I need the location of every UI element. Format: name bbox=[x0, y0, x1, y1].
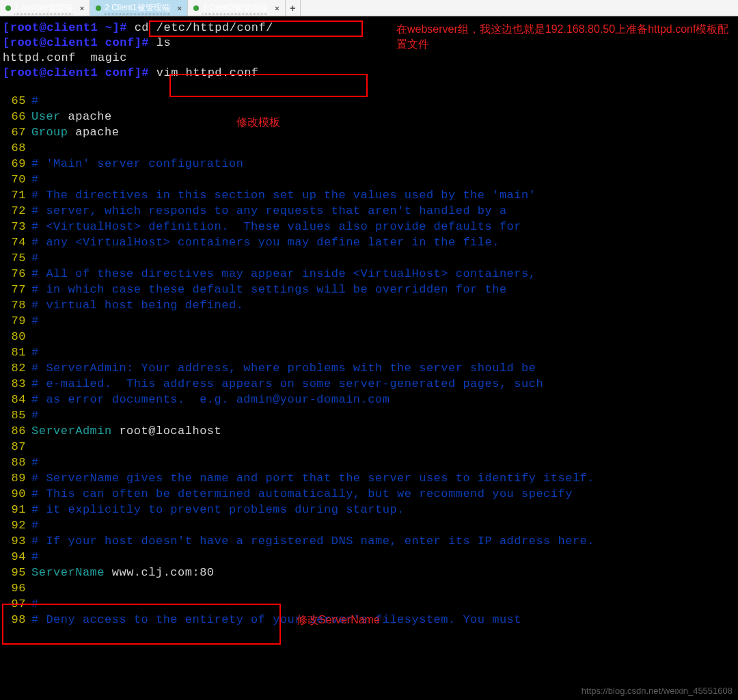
close-icon[interactable]: × bbox=[178, 4, 182, 12]
line-number: 87 bbox=[3, 439, 26, 455]
line-content: # in which case these default settings w… bbox=[31, 282, 507, 297]
editor-line: 86ServerAdmin root@localhost bbox=[3, 423, 735, 439]
line-content: # bbox=[31, 455, 39, 470]
line-number: 94 bbox=[3, 549, 26, 565]
line-number: 65 bbox=[3, 93, 26, 109]
terminal[interactable]: [root@client1 ~]# cd /etc/httpd/conf/[ro… bbox=[0, 16, 738, 632]
line-content: # bbox=[31, 172, 39, 187]
editor-line: 68 bbox=[3, 140, 735, 156]
line-content: # All of these directives may appear ins… bbox=[31, 266, 536, 282]
line-content: # The directives in this section set up … bbox=[31, 187, 536, 203]
line-content: # <VirtualHost> definition. These values… bbox=[31, 219, 521, 234]
line-content: # This can often be determined automatic… bbox=[31, 486, 573, 502]
status-dot-icon bbox=[193, 5, 199, 11]
line-content: ServerName www.clj.com:80 bbox=[31, 565, 215, 580]
line-number: 81 bbox=[3, 345, 26, 360]
line-content: # e-mailed. This address appears on some… bbox=[31, 376, 543, 392]
highlight-box-cd bbox=[149, 21, 363, 37]
highlight-box-servername bbox=[2, 604, 281, 645]
highlight-box-vim bbox=[169, 74, 368, 97]
editor-line: 65# bbox=[3, 93, 735, 109]
editor-line: 88# bbox=[3, 455, 735, 470]
editor-line: 90# This can often be determined automat… bbox=[3, 486, 735, 502]
line-content: # bbox=[31, 517, 39, 533]
editor-line: 82# ServerAdmin: Your address, where pro… bbox=[3, 360, 735, 376]
line-number: 95 bbox=[3, 565, 26, 580]
line-number: 67 bbox=[3, 124, 26, 140]
line-number: 77 bbox=[3, 282, 26, 297]
editor-line: 66User apache bbox=[3, 109, 735, 124]
tab-label: 1 Ansible管理端 bbox=[14, 2, 72, 14]
editor-line: 83# e-mailed. This address appears on so… bbox=[3, 376, 735, 392]
line-content: User apache bbox=[31, 109, 112, 124]
line-content: # ServerAdmin: Your address, where probl… bbox=[31, 360, 536, 376]
editor-line: 84# as error documents. e.g. admin@your-… bbox=[3, 392, 735, 407]
line-number: 74 bbox=[3, 234, 26, 250]
editor-line: 96 bbox=[3, 580, 735, 596]
watermark: https://blog.csdn.net/weixin_45551608 bbox=[582, 686, 733, 696]
vim-editor[interactable]: 65#66User apache67Group apache6869# 'Mai… bbox=[3, 93, 735, 628]
shell-line: [root@client1 conf]# vim httpd.conf bbox=[3, 66, 735, 81]
line-number: 78 bbox=[3, 297, 26, 313]
line-content: # bbox=[31, 313, 39, 329]
line-number: 86 bbox=[3, 423, 26, 439]
editor-line: 91# it explicitly to prevent problems du… bbox=[3, 502, 735, 517]
line-number: 96 bbox=[3, 580, 26, 596]
line-content: ServerAdmin root@localhost bbox=[31, 423, 221, 439]
editor-line: 76# All of these directives may appear i… bbox=[3, 266, 735, 282]
editor-line: 89# ServerName gives the name and port t… bbox=[3, 470, 735, 486]
line-number: 93 bbox=[3, 533, 26, 549]
editor-line: 73# <VirtualHost> definition. These valu… bbox=[3, 219, 735, 234]
editor-line: 67Group apache bbox=[3, 124, 735, 140]
line-content: # virtual host being defined. bbox=[31, 297, 243, 313]
line-content: # server, which responds to any requests… bbox=[31, 203, 507, 219]
editor-line: 94# bbox=[3, 549, 735, 565]
line-number: 90 bbox=[3, 486, 26, 502]
line-number: 92 bbox=[3, 517, 26, 533]
line-number: 72 bbox=[3, 203, 26, 219]
tab-label: 3 Client2被管理端 bbox=[202, 2, 267, 14]
line-number: 69 bbox=[3, 156, 26, 172]
line-number: 82 bbox=[3, 360, 26, 376]
line-number: 70 bbox=[3, 172, 26, 187]
editor-line: 74# any <VirtualHost> containers you may… bbox=[3, 234, 735, 250]
tab-1[interactable]: 1 Ansible管理端× bbox=[0, 0, 90, 16]
editor-line: 75# bbox=[3, 250, 735, 266]
editor-line: 87 bbox=[3, 439, 735, 455]
annotation-right: 在webserver组，我这边也就是192.168.80.50上准备httpd.… bbox=[396, 22, 731, 52]
line-content: # bbox=[31, 250, 39, 266]
editor-line: 81# bbox=[3, 345, 735, 360]
editor-line: 71# The directives in this section set u… bbox=[3, 187, 735, 203]
close-icon[interactable]: × bbox=[80, 4, 84, 12]
line-number: 84 bbox=[3, 392, 26, 407]
editor-line: 72# server, which responds to any reques… bbox=[3, 203, 735, 219]
editor-line: 92# bbox=[3, 517, 735, 533]
line-number: 85 bbox=[3, 407, 26, 423]
line-number: 83 bbox=[3, 376, 26, 392]
new-tab-button[interactable]: + bbox=[286, 0, 301, 16]
tab-bar: 1 Ansible管理端×2 Client1被管理端×3 Client2被管理端… bbox=[0, 0, 738, 16]
tab-2[interactable]: 2 Client1被管理端× bbox=[90, 0, 188, 16]
editor-line: 85# bbox=[3, 407, 735, 423]
annotation-bottom: 修改ServerName bbox=[297, 612, 380, 628]
tab-3[interactable]: 3 Client2被管理端× bbox=[188, 0, 286, 16]
tab-label: 2 Client1被管理端 bbox=[105, 2, 169, 14]
line-content: # any <VirtualHost> containers you may d… bbox=[31, 234, 500, 250]
line-content: # bbox=[31, 93, 39, 109]
editor-line: 69# 'Main' server configuration bbox=[3, 156, 735, 172]
line-number: 80 bbox=[3, 329, 26, 345]
line-number: 91 bbox=[3, 502, 26, 517]
line-number: 73 bbox=[3, 219, 26, 234]
editor-line: 77# in which case these default settings… bbox=[3, 282, 735, 297]
line-content: # ServerName gives the name and port tha… bbox=[31, 470, 594, 486]
close-icon[interactable]: × bbox=[275, 4, 279, 12]
editor-line: 93# If your host doesn't have a register… bbox=[3, 533, 735, 549]
line-content: # bbox=[31, 407, 39, 423]
line-content: # If your host doesn't have a registered… bbox=[31, 533, 594, 549]
editor-line: 80 bbox=[3, 329, 735, 345]
line-number: 66 bbox=[3, 109, 26, 124]
line-content: # as error documents. e.g. admin@your-do… bbox=[31, 392, 390, 407]
line-number: 79 bbox=[3, 313, 26, 329]
editor-line: 95ServerName www.clj.com:80 bbox=[3, 565, 735, 580]
line-number: 88 bbox=[3, 455, 26, 470]
